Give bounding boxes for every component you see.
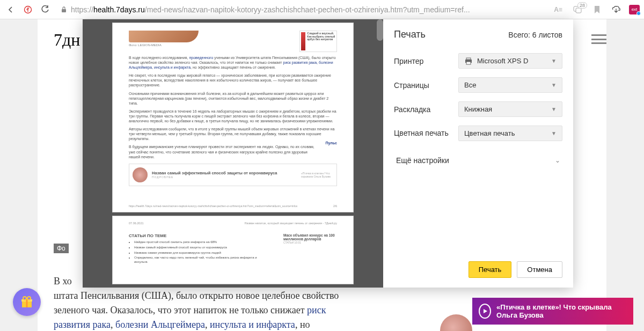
layout-select[interactable]: Книжная ▼ [458, 101, 562, 117]
sidebar-thumbnail [440, 314, 472, 331]
print-settings-pane: Печать Всего: 6 листов Принтер Microsoft… [383, 19, 573, 288]
url-bar[interactable]: https://health.7days.ru/med-news/nazvan-… [56, 5, 547, 14]
back-button[interactable] [4, 3, 17, 16]
layout-value: Книжная [464, 105, 492, 113]
preview-related-list: Найден простой способ снизить риск инфар… [134, 240, 267, 264]
preview-page-3: 07.06.2021Назван напиток, который защища… [112, 216, 354, 284]
tab-count-badge: 28 [577, 2, 587, 9]
preview-scrollbar[interactable] [377, 19, 383, 41]
pages-label: Страницы [394, 81, 458, 90]
svg-point-8 [27, 297, 31, 300]
print-button[interactable]: Печать [469, 261, 512, 278]
preview-page-2: Фото: LEGION-MEDIA Сладкий и вкусный. Ка… [112, 23, 354, 212]
preview-hero-image [129, 31, 199, 42]
lock-icon [60, 6, 68, 13]
svg-rect-6 [26, 299, 28, 307]
svg-rect-3 [576, 8, 581, 13]
preview-pulse-link: Пульс [326, 141, 337, 159]
preview-image-caption: Фото: LEGION-MEDIA [129, 43, 294, 47]
more-settings-toggle[interactable]: Ещё настройки ⌄ [394, 152, 562, 169]
printer-icon [464, 57, 473, 65]
url-text: https://health.7days.ru/med-news/nazvan-… [71, 5, 470, 14]
link-alzheimer[interactable]: болезни Альцгеймера [115, 319, 205, 330]
svg-rect-10 [466, 58, 471, 60]
color-select[interactable]: Цветная печать ▼ [458, 126, 562, 141]
reload-button[interactable] [39, 3, 52, 16]
chevron-down-icon: ▼ [551, 130, 557, 136]
chevron-down-icon: ▼ [551, 106, 557, 112]
photo-caption: Фо [54, 244, 69, 253]
pages-select[interactable]: Все ▼ [458, 77, 562, 93]
svg-rect-1 [62, 9, 66, 12]
preview-side-card: Сладкий и вкусный. Как выбрать спелый ар… [299, 31, 337, 52]
layout-label: Раскладка [394, 105, 458, 114]
chevron-down-icon: ⌄ [555, 157, 560, 164]
cancel-button[interactable]: Отмена [517, 261, 562, 278]
chevron-down-icon: ▼ [551, 58, 557, 64]
browser-toolbar: https://health.7days.ru/med-news/nazvan-… [0, 0, 644, 19]
link-stroke[interactable]: инсульта и инфаркта [210, 319, 295, 330]
play-icon [479, 304, 491, 319]
printer-label: Принтер [394, 57, 458, 65]
svg-point-7 [23, 297, 26, 300]
translate-icon[interactable]: 28 [571, 3, 584, 16]
print-dialog-title: Печать [394, 29, 426, 40]
print-total-sheets: Всего: 6 листов [508, 31, 562, 39]
print-dialog: Фото: LEGION-MEDIA Сладкий и вкусный. Ка… [83, 19, 573, 288]
pages-value: Все [464, 81, 476, 89]
downloads-icon[interactable] [610, 3, 623, 16]
more-settings-label: Ещё настройки [396, 156, 449, 165]
menu-burger-icon[interactable] [591, 34, 606, 44]
color-value: Цветная печать [464, 129, 515, 137]
svg-rect-11 [466, 62, 471, 64]
color-label: Цветная печать [394, 129, 458, 138]
preview-related-card: Назван самый эффективный способ защиты о… [129, 164, 337, 186]
gift-bubble[interactable] [13, 288, 41, 316]
print-preview-pane[interactable]: Фото: LEGION-MEDIA Сладкий и вкусный. Ка… [83, 19, 383, 288]
extension-icon[interactable]: ext [629, 5, 640, 14]
printer-select[interactable]: Microsoft XPS D ▼ [458, 53, 562, 69]
bookmark-icon[interactable] [590, 3, 603, 16]
yandex-home-button[interactable] [21, 3, 34, 16]
reader-mode-icon[interactable]: A≡ [552, 3, 565, 16]
printer-value: Microsoft XPS D [477, 57, 528, 65]
video-promo-banner[interactable]: «Птичка в клетке»! Что скрывала Ольга Бу… [472, 298, 633, 325]
chevron-down-icon: ▼ [551, 82, 557, 88]
promo-text: «Птичка в клетке»! Что скрывала Ольга Бу… [496, 303, 627, 319]
